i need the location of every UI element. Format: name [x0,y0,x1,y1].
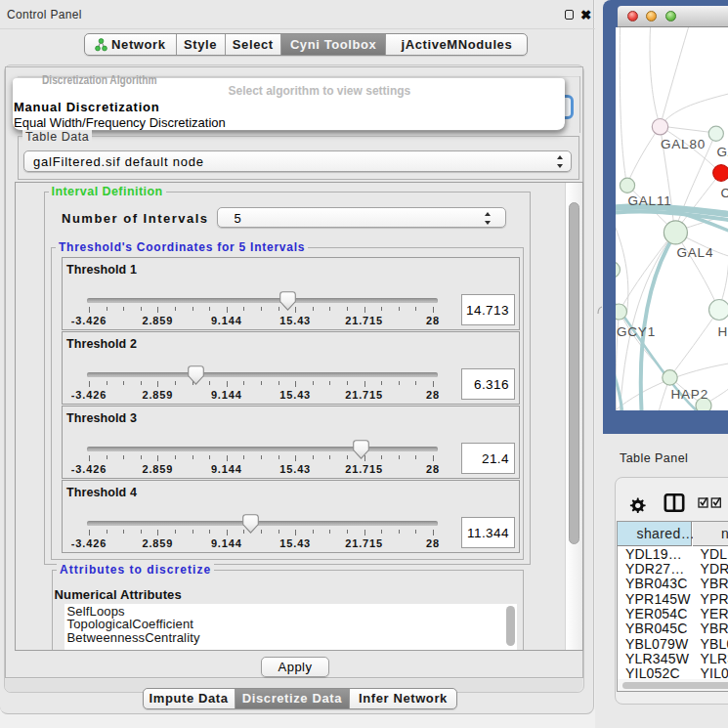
svg-text:CD: CD [720,186,728,200]
svg-text:GCY1: GCY1 [617,324,656,339]
svg-text:HAP2: HAP2 [670,387,707,402]
svg-text:GA: GA [716,145,728,159]
svg-text:H: H [717,324,728,339]
svg-text:GAL4: GAL4 [676,245,713,260]
svg-text:GAL11: GAL11 [627,193,671,208]
svg-text:GAL80: GAL80 [661,137,706,151]
